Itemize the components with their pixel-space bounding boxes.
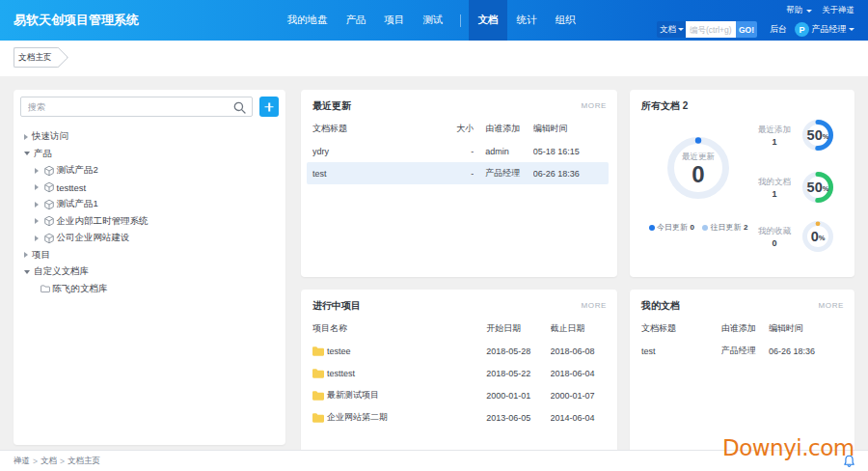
doc-edited-time: 05-18 16:15 <box>533 147 604 156</box>
stat-donut: 0% <box>802 221 833 252</box>
caret-right-icon[interactable] <box>35 218 39 224</box>
caret-right-icon[interactable] <box>24 252 28 258</box>
caret-right-icon[interactable] <box>35 168 39 174</box>
tree-item[interactable]: 测试产品1 <box>20 196 279 213</box>
tree-item-label: 快速访问 <box>32 130 68 143</box>
more-link[interactable]: MORE <box>582 101 607 110</box>
stat-value: 1 <box>755 137 794 147</box>
stat-1: 我的文档150% <box>755 172 833 203</box>
caret-right-icon[interactable] <box>35 184 39 190</box>
legend-dot <box>702 225 708 231</box>
project-start: 2013-06-05 <box>486 413 550 423</box>
column-header: 开始日期 <box>486 322 550 335</box>
nav-item-5[interactable]: 统计 <box>507 0 546 41</box>
table-row[interactable]: testtest2018-05-222018-06-04 <box>307 362 609 384</box>
tree-item[interactable]: 陈飞的文档库 <box>20 281 279 298</box>
more-link[interactable]: MORE <box>819 301 844 310</box>
tree-item[interactable]: 公司企业网站建设 <box>20 230 279 247</box>
project-name[interactable]: testtest <box>312 369 486 378</box>
column-header: 编辑时间 <box>769 322 841 335</box>
tree-item[interactable]: 测试产品2 <box>20 162 279 180</box>
nav-item-2[interactable]: 项目 <box>375 0 414 41</box>
project-end: 2000-01-07 <box>551 391 604 401</box>
tree-item[interactable]: 项目 <box>20 247 279 264</box>
tree-item-label: 陈飞的文档库 <box>53 283 108 295</box>
column-header: 大小 <box>418 123 474 135</box>
gauge-value: 0 <box>692 163 704 186</box>
caret-right-icon[interactable] <box>35 202 39 208</box>
table-row[interactable]: test产品经理06-26 18:36 <box>636 340 846 362</box>
project-name[interactable]: 企业网站第二期 <box>312 411 486 424</box>
doc-title[interactable]: test <box>641 346 721 356</box>
project-start: 2018-05-22 <box>486 369 550 378</box>
table-header: 文档标题由谁添加编辑时间 <box>636 318 846 340</box>
legend-value: 2 <box>744 223 747 232</box>
user-menu[interactable]: P 产品经理 <box>795 22 854 37</box>
stat-label: 最近添加 <box>755 125 794 136</box>
card-title: 进行中项目 <box>312 299 361 313</box>
tree-item-label: testtest <box>57 182 87 193</box>
caret-down-icon[interactable] <box>24 152 30 155</box>
recent-updates-gauge: 最近更新 0 <box>667 137 729 199</box>
nav-item-6[interactable]: 组织 <box>546 0 584 41</box>
tree-item[interactable]: 快速访问 <box>20 128 279 146</box>
breadcrumb-item: 文档主页 <box>68 456 100 467</box>
breadcrumb: 禅道>文档>文档主页 <box>14 456 100 467</box>
caret-down-icon[interactable] <box>24 270 30 274</box>
nav-item-0[interactable]: 我的地盘 <box>278 0 337 41</box>
project-name[interactable]: testee <box>312 346 486 356</box>
backend-link[interactable]: 后台 <box>770 23 787 36</box>
doc-added-by: 产品经理 <box>721 345 769 357</box>
nav-item-1[interactable]: 产品 <box>337 0 375 41</box>
nav-item-3[interactable]: 测试 <box>414 0 452 41</box>
search-input[interactable] <box>686 21 736 38</box>
project-name[interactable]: 最新测试项目 <box>312 389 486 402</box>
content: 快速访问产品测试产品2testtest测试产品1企业内部工时管理系统公司企业网站… <box>0 76 868 450</box>
tree-item-label: 测试产品1 <box>57 198 98 210</box>
table-row[interactable]: test-产品经理06-26 18:36 <box>307 162 609 184</box>
breadcrumb-item[interactable]: 禅道 <box>14 456 30 467</box>
help-menu[interactable]: 帮助 <box>786 5 812 16</box>
caret-right-icon[interactable] <box>24 134 28 140</box>
table-row[interactable]: 企业网站第二期2013-06-052014-06-04 <box>307 406 609 429</box>
tree-item[interactable]: 企业内部工时管理系统 <box>20 213 279 231</box>
table-row[interactable]: 最新测试项目2000-01-012000-01-07 <box>307 384 609 406</box>
go-button[interactable]: GO! <box>736 21 757 38</box>
stat-0: 最近添加150% <box>755 120 833 151</box>
user-name: 产品经理 <box>812 23 847 36</box>
more-link[interactable]: MORE <box>582 301 607 310</box>
breadcrumb-separator: > <box>33 457 38 466</box>
doc-size: - <box>418 169 474 179</box>
nav-divider <box>460 14 461 27</box>
folder-icon <box>312 391 324 401</box>
tab-doc-home[interactable]: 文档主页 <box>14 47 59 68</box>
tree-item[interactable]: 产品 <box>20 146 279 163</box>
nav-item-4[interactable]: 文档 <box>469 0 507 41</box>
add-library-button[interactable] <box>259 97 279 117</box>
stat-percent-unit: % <box>823 184 829 193</box>
all-docs-card: 所有文档 2 最近更新 0 今日更新 0往日更新 2 最近添加150%我的文档1… <box>630 90 854 277</box>
legend-value: 0 <box>691 223 694 232</box>
top-tools: 文档 GO! 后台 P 产品经理 <box>657 21 854 38</box>
table-header: 文档标题大小由谁添加编辑时间 <box>307 118 609 140</box>
card-title: 最近更新 <box>312 99 351 113</box>
chevron-down-icon <box>806 10 812 13</box>
stat-percent: 50 <box>807 180 823 195</box>
tree-item-label: 企业内部工时管理系统 <box>57 215 149 228</box>
tree-item[interactable]: 自定义文档库 <box>20 263 279 281</box>
stat-percent-unit: % <box>819 234 826 242</box>
breadcrumb-item[interactable]: 文档 <box>41 456 57 467</box>
about-link[interactable]: 关于禅道 <box>822 5 854 16</box>
doc-title[interactable]: ydry <box>312 147 418 156</box>
sidebar-search-input[interactable] <box>20 97 253 117</box>
tree-item[interactable]: testtest <box>20 180 279 197</box>
column-header: 文档标题 <box>312 123 418 135</box>
caret-right-icon[interactable] <box>35 236 39 241</box>
table-row[interactable]: testee2018-05-282018-06-08 <box>307 340 609 362</box>
about-label: 关于禅道 <box>822 5 854 16</box>
doc-title[interactable]: test <box>312 169 418 179</box>
product-cube-icon <box>44 233 54 244</box>
search-scope-dropdown[interactable]: 文档 <box>657 21 686 38</box>
table-row[interactable]: ydry-admin05-18 16:15 <box>307 140 609 162</box>
app-title: 易软天创项目管理系统 <box>14 0 139 41</box>
